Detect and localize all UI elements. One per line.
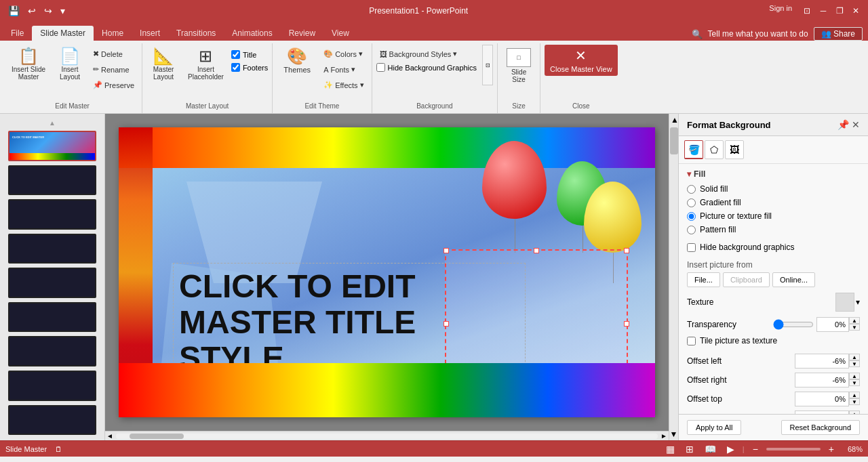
close-master-view-button[interactable]: ✕ Close Master View [545, 45, 618, 76]
slide-thumb-1[interactable]: CLICK TO EDIT MASTER [8, 131, 96, 161]
offset-top-up[interactable]: ▲ [849, 392, 860, 398]
window-options-button[interactable]: ⊡ [800, 4, 814, 18]
title-checkbox[interactable] [231, 50, 240, 59]
gradient-fill-radio[interactable] [687, 198, 696, 207]
scroll-right-btn[interactable]: ► [660, 432, 667, 440]
vertical-scrollbar[interactable]: ▲ ▼ [669, 114, 678, 440]
slide-thumb-2[interactable] [8, 165, 96, 196]
slide-thumb-9[interactable] [8, 405, 96, 436]
normal-view-button[interactable]: ▦ [663, 442, 677, 456]
tab-view[interactable]: View [323, 26, 357, 41]
tab-file[interactable]: File [3, 26, 32, 41]
insert-layout-button[interactable]: 📄 InsertLayout [53, 45, 87, 84]
horizontal-scrollbar[interactable]: ◄ ► [105, 431, 669, 440]
h-scroll-thumb[interactable] [130, 434, 184, 439]
insert-slide-master-button[interactable]: 📋 Insert SlideMaster [7, 45, 50, 84]
slide-size-button[interactable]: □ SlideSize [502, 45, 536, 87]
share-button[interactable]: 👥 Share [814, 27, 863, 41]
insert-placeholder-button[interactable]: ⊞ InsertPlaceholder [183, 45, 229, 84]
tile-picture-checkbox[interactable] [687, 337, 696, 345]
texture-dropdown-arrow[interactable]: ▾ [856, 297, 860, 307]
colors-button[interactable]: 🎨 Colors ▾ [320, 47, 367, 60]
notes-button[interactable]: 🗒 [55, 445, 62, 453]
save-button[interactable]: 💾 [5, 4, 22, 18]
handle-tr[interactable] [624, 248, 629, 253]
scroll-left-btn[interactable]: ◄ [106, 432, 113, 440]
gradient-fill-option[interactable]: Gradient fill [687, 198, 860, 207]
background-expand-button[interactable]: ⊡ [482, 45, 493, 85]
slide-sorter-button[interactable]: ⊞ [683, 442, 696, 456]
signin-link[interactable]: Sign in [769, 4, 792, 18]
slide-thumb-6[interactable] [8, 302, 96, 333]
close-button[interactable]: ✕ [849, 4, 863, 18]
tab-review[interactable]: Review [281, 26, 323, 41]
effects-icon-button[interactable]: ⬠ [705, 140, 724, 159]
picture-texture-fill-radio[interactable] [687, 212, 696, 221]
reading-view-button[interactable]: 📖 [702, 442, 719, 456]
footers-checkbox[interactable] [231, 63, 240, 72]
texture-dropdown[interactable]: ▾ [835, 293, 860, 312]
handle-tm[interactable] [534, 248, 539, 253]
format-panel-pin-button[interactable]: 📌 [837, 119, 849, 130]
tab-transitions[interactable]: Transitions [168, 26, 224, 41]
picture-texture-fill-option[interactable]: Picture or texture fill [687, 211, 860, 221]
hide-background-checkbox-row[interactable]: Hide Background Graphics [376, 63, 477, 72]
hide-background-graphics-checkbox[interactable] [687, 243, 696, 252]
offset-right-down[interactable]: ▼ [849, 379, 860, 386]
tile-picture-row[interactable]: Tile picture as texture [687, 336, 860, 345]
offset-top-input[interactable] [795, 392, 849, 406]
offset-left-up[interactable]: ▲ [849, 354, 860, 360]
zoom-level[interactable]: 68% [842, 445, 863, 453]
pattern-fill-radio[interactable] [687, 226, 696, 234]
online-button[interactable]: Onlinе... [772, 272, 815, 287]
reset-background-button[interactable]: Reset Background [781, 420, 861, 435]
slide-canvas[interactable]: CLICK TO EDIT MASTER TITLE STYLE Click t… [119, 127, 655, 417]
slide-thumb-8[interactable] [8, 371, 96, 401]
file-button[interactable]: File... [687, 272, 720, 287]
preserve-button[interactable]: 📌 Preserve [90, 79, 138, 91]
pattern-fill-option[interactable]: Pattern fill [687, 225, 860, 234]
zoom-out-button[interactable]: − [750, 442, 761, 456]
tab-insert[interactable]: Insert [132, 26, 168, 41]
offset-top-down[interactable]: ▼ [849, 398, 860, 405]
slideshow-button[interactable]: ▶ [724, 442, 737, 456]
themes-button[interactable]: 🎨 Themes [277, 45, 317, 77]
fonts-button[interactable]: A Fonts ▾ [320, 63, 367, 76]
transparency-slider[interactable] [773, 319, 814, 330]
effects-button[interactable]: ✨ Effects ▾ [320, 79, 367, 91]
solid-fill-radio[interactable] [687, 185, 696, 194]
scroll-bottom-btn[interactable]: ▼ [669, 429, 678, 439]
offset-left-input[interactable] [795, 354, 849, 369]
fill-icon-button[interactable]: 🪣 [684, 140, 703, 159]
tell-me-text[interactable]: Tell me what you want to do [708, 29, 808, 39]
offset-right-up[interactable]: ▲ [849, 373, 860, 379]
tab-home[interactable]: Home [94, 26, 132, 41]
slide-thumb-5[interactable] [8, 268, 96, 298]
scroll-top-btn[interactable]: ▲ [669, 114, 678, 126]
restore-button[interactable]: ❐ [833, 4, 846, 18]
handle-tl[interactable] [443, 248, 449, 253]
transparency-down[interactable]: ▼ [849, 324, 860, 331]
scrollbar-thumb[interactable] [670, 127, 678, 154]
slide-thumb-4[interactable] [8, 234, 96, 264]
picture-icon-button[interactable]: 🖼 [725, 140, 744, 159]
redo-button[interactable]: ↪ [41, 4, 55, 18]
scroll-up-arrow[interactable]: ▲ [3, 119, 102, 127]
transparency-input[interactable] [816, 317, 849, 332]
hide-background-graphics-row[interactable]: Hide background graphics [687, 243, 860, 252]
handle-mr[interactable] [624, 321, 629, 327]
apply-to-all-button[interactable]: Apply to All [687, 420, 741, 435]
clipboard-button[interactable]: Clipboard [723, 272, 770, 287]
slide-thumb-3[interactable] [8, 199, 96, 230]
zoom-slider[interactable] [766, 448, 821, 450]
master-layout-button[interactable]: 📐 MasterLayout [146, 45, 180, 84]
zoom-in-button[interactable]: + [826, 442, 837, 456]
slide-thumb-7[interactable] [8, 336, 96, 366]
minimize-button[interactable]: ─ [816, 4, 830, 18]
tab-animations[interactable]: Animations [224, 26, 280, 41]
solid-fill-option[interactable]: Solid fill [687, 184, 860, 194]
format-panel-close-button[interactable]: ✕ [852, 119, 860, 130]
delete-button[interactable]: ✖ Delete [90, 47, 138, 60]
footers-checkbox-row[interactable]: Footers [231, 63, 268, 72]
hide-background-checkbox[interactable] [376, 63, 385, 72]
